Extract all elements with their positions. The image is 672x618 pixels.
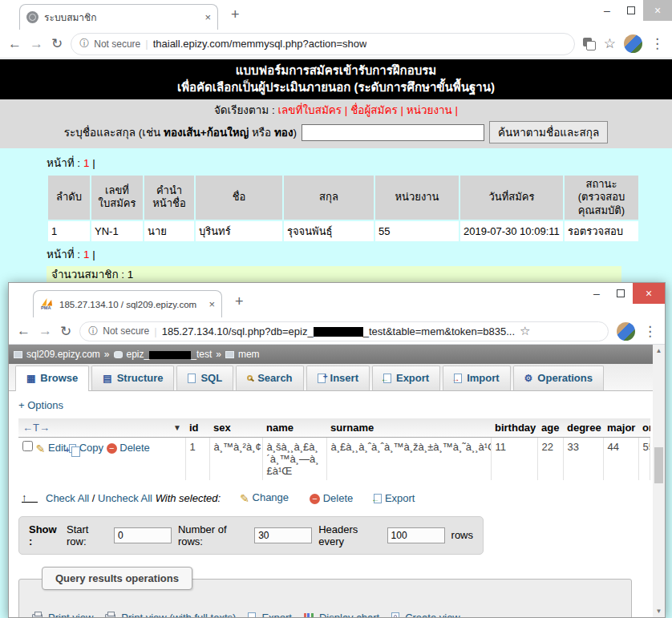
bookmark-star-icon[interactable]: ☆ (604, 35, 616, 52)
col-birthday[interactable]: birthday (491, 418, 537, 438)
tab-thai-system[interactable]: ระบบสมาชิก × (19, 4, 218, 30)
sort-link-org[interactable]: หน่วยงาน (407, 104, 452, 116)
tab-structure[interactable]: ▤Structure (91, 366, 174, 390)
row-checkbox[interactable] (22, 441, 33, 451)
name-search-input[interactable] (302, 124, 484, 141)
change-link[interactable]: Change (253, 491, 289, 503)
tab-insert[interactable]: Insert (306, 366, 370, 390)
export-icon (248, 612, 256, 618)
col-id[interactable]: id (185, 418, 209, 438)
translate-icon[interactable] (583, 38, 596, 50)
address-bar-bottom[interactable]: ⓘ Not secure | 185.27.134.10/sql.php?db=… (79, 321, 609, 341)
back-button[interactable]: ← (17, 323, 30, 339)
new-tab-button[interactable]: + (235, 293, 244, 310)
tab-sql[interactable]: SQL (176, 366, 233, 390)
reload-button[interactable]: ↻ (51, 35, 63, 52)
tab-close-icon[interactable]: × (208, 298, 215, 310)
tab-export[interactable]: Export (372, 366, 440, 390)
breadcrumb-server[interactable]: sql209.epizy.com (26, 349, 100, 360)
cell-age: 22 (537, 438, 563, 481)
phpmyadmin-logo-icon: PMA (40, 298, 54, 310)
info-icon[interactable]: ⓘ (79, 37, 89, 50)
breadcrumb-table[interactable]: mem (238, 349, 260, 360)
page-scrollbar[interactable]: ▲ ▼ (653, 345, 665, 617)
tab-import[interactable]: Import (443, 366, 510, 390)
redacted-text (314, 327, 363, 337)
with-selected-label: With selected: (156, 492, 221, 504)
new-tab-button[interactable]: + (231, 6, 240, 23)
edit-pencil-icon: ✎ (36, 442, 46, 455)
export-link[interactable]: Export (261, 612, 292, 618)
cell-major: 44 (603, 438, 638, 481)
close-button[interactable]: × (633, 283, 665, 304)
sort-link-appno[interactable]: เลขที่ใบสมัคร (277, 104, 342, 116)
server-icon (14, 351, 22, 358)
row-actions: ✎ Edit Copy − Delete (18, 438, 185, 481)
export-selected-link[interactable]: Export (385, 492, 415, 504)
col-age[interactable]: age (537, 418, 563, 438)
tab-phpmyadmin[interactable]: PMA 185.27.134.10 / sql209.epizy.com × (33, 290, 222, 317)
delete-selected-link[interactable]: Delete (323, 492, 354, 504)
scrollbar-thumb[interactable] (654, 447, 663, 483)
tab-close-icon[interactable]: × (204, 11, 211, 23)
sort-divider: | (455, 104, 459, 116)
scroll-up-icon[interactable]: ▲ (653, 345, 665, 357)
search-label: ระบุชื่อและสกุล (เช่น ทองเส้น+ก้อนใหญ่ ห… (64, 123, 297, 141)
tab-search[interactable]: Search (236, 366, 303, 390)
page-number-link[interactable]: 1 (83, 248, 90, 261)
forward-button[interactable]: → (30, 36, 43, 52)
col-surname[interactable]: surname (326, 418, 491, 438)
profile-avatar[interactable] (617, 322, 635, 341)
info-icon[interactable]: ⓘ (88, 325, 98, 338)
edit-link[interactable]: Edit (48, 442, 66, 454)
back-button[interactable]: ← (8, 36, 22, 52)
address-bar-top[interactable]: ⓘ Not secure | thaiall.epizy.com/memmysq… (71, 33, 575, 55)
tab-browse[interactable]: ▦Browse (15, 366, 89, 391)
print-view-link[interactable]: Print view (48, 612, 93, 618)
omnibox-divider: | (145, 38, 148, 50)
scroll-down-icon[interactable]: ▼ (653, 605, 665, 617)
check-all-link[interactable]: Check All (46, 492, 89, 504)
profile-avatar[interactable] (624, 34, 642, 53)
copy-link[interactable]: Copy (79, 442, 103, 454)
col-name[interactable]: name (262, 418, 326, 438)
close-button[interactable]: × (643, 0, 672, 21)
options-toggle[interactable]: + Options (18, 399, 63, 411)
screen: ระบบสมาชิก × + – × ← → ↻ ⓘ Not secure | … (0, 0, 672, 618)
menu-icon[interactable]: ⋮ (643, 323, 657, 340)
minimize-button[interactable]: – (585, 283, 609, 304)
headers-every-input[interactable] (387, 527, 445, 543)
col-major[interactable]: major (603, 418, 638, 438)
transpose-icon[interactable]: ←T→ (22, 422, 50, 434)
maximize-button[interactable] (619, 0, 643, 21)
maximize-button[interactable] (609, 283, 633, 304)
pma-tab-bar: ▦Browse ▤Structure SQL Search Insert Exp… (9, 364, 665, 391)
tab-operations[interactable]: ⚙Operations (513, 366, 604, 390)
sort-divider: | (345, 104, 348, 116)
reload-button[interactable]: ↻ (60, 323, 71, 340)
print-view-full-link[interactable]: Print view (with full texts) (121, 612, 236, 618)
menu-icon[interactable]: ⋮ (650, 35, 664, 52)
num-rows-input[interactable] (254, 527, 312, 543)
start-row-input[interactable] (114, 527, 172, 543)
col-sex[interactable]: sex (209, 418, 262, 438)
sort-desc-icon[interactable]: ▼ (173, 423, 181, 432)
uncheck-all-link[interactable]: Uncheck All (98, 492, 152, 504)
bookmark-star-icon[interactable]: ☆ (520, 324, 530, 338)
page-number-link[interactable]: 1 (83, 157, 90, 169)
query-results-operations: Query results operations Print view Prin… (18, 579, 632, 618)
create-view-link[interactable]: Create view (405, 612, 460, 618)
forward-button[interactable]: → (38, 323, 52, 339)
col-or[interactable]: or (638, 418, 650, 438)
breadcrumb-separator: » (216, 349, 221, 360)
pma-breadcrumb: sql209.epizy.com » epiz__test » mem (9, 345, 665, 364)
breadcrumb-database[interactable]: epiz__test (127, 349, 213, 360)
search-button[interactable]: ค้นหาตามชื่อและสกุล (489, 121, 608, 143)
sort-link-name[interactable]: ชื่อผู้สมัคร (350, 104, 398, 116)
member-table-header-row: ลำดับ เลขที่ ใบสมัคร คำนำ หน้าชื่อ ชื่อ … (48, 176, 638, 220)
display-chart-link[interactable]: Display chart (319, 612, 379, 618)
delete-link[interactable]: Delete (119, 442, 150, 454)
col-degree[interactable]: degree (563, 418, 603, 438)
minimize-button[interactable]: – (595, 0, 619, 21)
show-label: Show : (29, 523, 60, 547)
